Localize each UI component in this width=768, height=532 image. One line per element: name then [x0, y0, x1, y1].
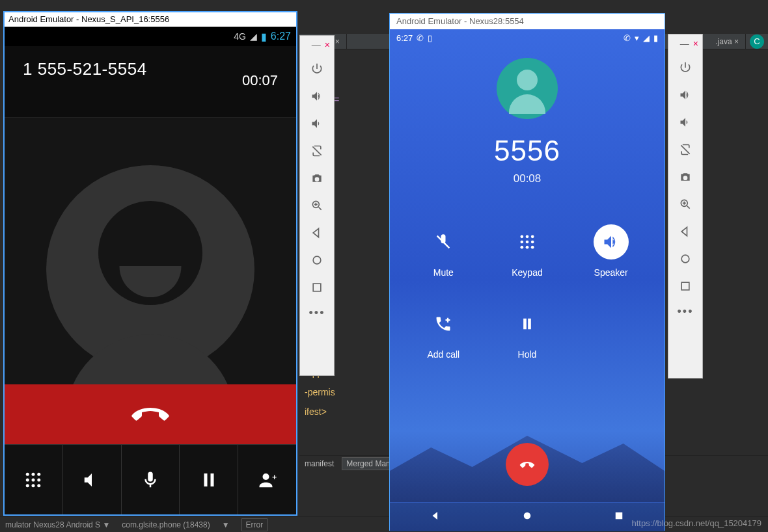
minimize-icon[interactable]: —: [312, 40, 321, 50]
status-time: 6:27: [271, 31, 291, 42]
hold-label: Hold: [486, 349, 569, 360]
rotate-icon: [310, 144, 323, 157]
emulator2-window: Android Emulator - Nexus28:5554 6:27 ✆ ▯…: [389, 13, 665, 531]
home-icon: [310, 254, 323, 267]
power-icon: [310, 62, 323, 75]
bottombar-dd[interactable]: ▼: [222, 520, 230, 529]
svg-point-8: [38, 484, 41, 487]
power-button[interactable]: [305, 57, 329, 81]
svg-point-19: [520, 246, 523, 249]
contact-avatar-area: [5, 118, 296, 384]
bottombar-process[interactable]: com.glsite.phone (18438): [122, 520, 210, 529]
svg-point-5: [38, 478, 41, 481]
volume-up-button[interactable]: [305, 84, 329, 109]
more-button[interactable]: •••: [309, 306, 325, 320]
camera-button[interactable]: [673, 165, 698, 189]
bottombar-error[interactable]: Error: [241, 518, 268, 531]
nav-back-button[interactable]: [430, 510, 441, 524]
power-button[interactable]: [673, 55, 698, 80]
status-time: 6:27: [396, 33, 413, 43]
speaker-label: Speaker: [569, 267, 653, 278]
svg-point-16: [520, 241, 523, 244]
contact-avatar: [46, 165, 254, 373]
back-button[interactable]: [673, 219, 698, 244]
speaker-button[interactable]: [63, 445, 122, 514]
svg-rect-23: [615, 512, 622, 520]
mute-button[interactable]: Mute: [402, 224, 486, 278]
minimize-icon[interactable]: —: [680, 38, 689, 49]
mute-icon: [434, 233, 452, 251]
recent-button[interactable]: [673, 274, 698, 299]
sim-icon: ▯: [428, 33, 432, 43]
volume-up-icon: [679, 88, 692, 101]
end-call-button[interactable]: [506, 443, 549, 486]
power-icon: [679, 61, 692, 74]
breadcrumb-item[interactable]: manifest: [305, 459, 334, 468]
call-number: 5556: [390, 135, 665, 167]
keypad-button[interactable]: Keypad: [486, 224, 569, 278]
svg-point-14: [526, 235, 529, 239]
svg-rect-12: [313, 284, 321, 291]
watermark: https://blog.csdn.net/qq_15204179: [632, 518, 762, 528]
ide-tab[interactable]: .java ×: [709, 34, 746, 49]
emulator1-title: Android Emulator - Nexus_S_API_16:5556: [5, 12, 296, 27]
emulator2-statusbar: 6:27 ✆ ▯ ✆ ▾ ◢ ▮: [390, 29, 665, 46]
close-icon[interactable]: ×: [693, 38, 698, 49]
zoom-icon: [310, 199, 323, 212]
speaker-icon: [82, 470, 102, 490]
volume-down-icon: [310, 117, 323, 130]
hold-button[interactable]: [180, 445, 238, 514]
contact-area: 5556 00:08: [390, 58, 665, 185]
emulator1-window: Android Emulator - Nexus_S_API_16:5556 4…: [4, 12, 297, 515]
svg-point-20: [526, 246, 529, 249]
volume-down-button[interactable]: [673, 110, 698, 135]
svg-point-7: [32, 484, 35, 487]
add-contact-button[interactable]: [238, 445, 296, 514]
nav-home-button[interactable]: [521, 510, 533, 524]
dialpad-button[interactable]: [5, 445, 63, 514]
keypad-label: Keypad: [486, 267, 569, 278]
zoom-button[interactable]: [673, 192, 698, 217]
svg-point-3: [26, 478, 29, 481]
recent-icon: [613, 510, 625, 522]
svg-point-13: [520, 235, 523, 239]
volume-up-button[interactable]: [673, 83, 698, 107]
rotate-button[interactable]: [673, 137, 698, 162]
emulator2-screen: 6:27 ✆ ▯ ✆ ▾ ◢ ▮ 5556 00:08 Mute Keyp: [390, 29, 665, 531]
contact-avatar: [497, 58, 558, 119]
recent-button[interactable]: [305, 275, 329, 300]
rotate-button[interactable]: [305, 139, 329, 163]
volume-up-icon: [310, 90, 323, 103]
run-icon[interactable]: C: [750, 34, 764, 49]
dialpad-icon: [23, 470, 43, 490]
back-button[interactable]: [305, 220, 329, 245]
call-timer: 00:07: [242, 59, 278, 89]
emulator1-statusbar: 4G ◢ ▮ 6:27: [5, 27, 296, 46]
svg-rect-26: [681, 282, 689, 290]
pause-icon: [199, 470, 219, 490]
camera-button[interactable]: [305, 166, 329, 191]
back-icon: [679, 225, 692, 238]
more-button[interactable]: •••: [678, 305, 694, 319]
home-button[interactable]: [673, 246, 698, 271]
svg-point-17: [526, 241, 529, 244]
close-icon[interactable]: ×: [325, 40, 330, 50]
back-icon: [310, 226, 323, 239]
svg-point-22: [524, 512, 531, 520]
home-button[interactable]: [305, 248, 329, 273]
home-icon: [521, 510, 533, 522]
end-call-button[interactable]: [5, 384, 296, 444]
add-person-icon: [258, 470, 277, 490]
zoom-button[interactable]: [305, 193, 329, 218]
mute-button[interactable]: [122, 445, 180, 514]
volume-down-button[interactable]: [305, 111, 329, 136]
bottombar-device[interactable]: mulator Nexus28 Android S ▼: [5, 520, 110, 529]
add-call-button[interactable]: Add call: [402, 306, 486, 360]
signal-icon: ◢: [643, 33, 650, 43]
nav-recent-button[interactable]: [613, 510, 625, 524]
call-status-icon: ✆: [624, 33, 631, 43]
speaker-button[interactable]: Speaker: [569, 224, 653, 278]
hold-button[interactable]: Hold: [486, 306, 569, 360]
svg-point-4: [32, 478, 35, 481]
rotate-icon: [679, 143, 692, 156]
